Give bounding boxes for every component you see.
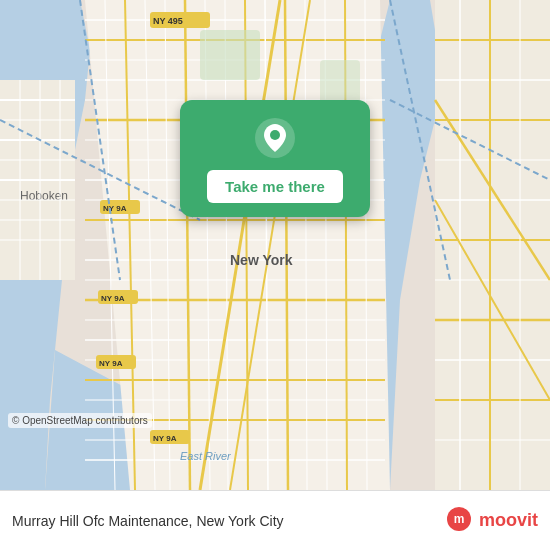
svg-text:East River: East River	[180, 450, 232, 462]
svg-text:NY 495: NY 495	[153, 16, 183, 26]
moovit-label: moovit	[479, 510, 538, 531]
svg-text:NY 9A: NY 9A	[99, 359, 123, 368]
svg-point-95	[270, 130, 280, 140]
take-me-there-button[interactable]: Take me there	[207, 170, 343, 203]
attribution-text: © OpenStreetMap contributors	[12, 415, 148, 426]
osm-attribution: © OpenStreetMap contributors	[8, 413, 152, 428]
svg-rect-69	[435, 0, 550, 490]
map-container: Hoboken	[0, 0, 550, 490]
svg-text:NY 9A: NY 9A	[101, 294, 125, 303]
moovit-icon: m	[443, 505, 475, 537]
svg-text:Hoboken: Hoboken	[20, 189, 68, 203]
svg-text:NY 9A: NY 9A	[103, 204, 127, 213]
svg-rect-92	[200, 30, 260, 80]
moovit-logo: m moovit	[443, 505, 538, 537]
location-text: Murray Hill Ofc Maintenance, New York Ci…	[12, 513, 435, 529]
svg-text:New York: New York	[230, 252, 293, 268]
take-me-there-card: Take me there	[180, 100, 370, 217]
info-bar: Murray Hill Ofc Maintenance, New York Ci…	[0, 490, 550, 550]
svg-text:NY 9A: NY 9A	[153, 434, 177, 443]
location-pin-icon	[253, 116, 297, 160]
svg-text:m: m	[454, 512, 465, 526]
